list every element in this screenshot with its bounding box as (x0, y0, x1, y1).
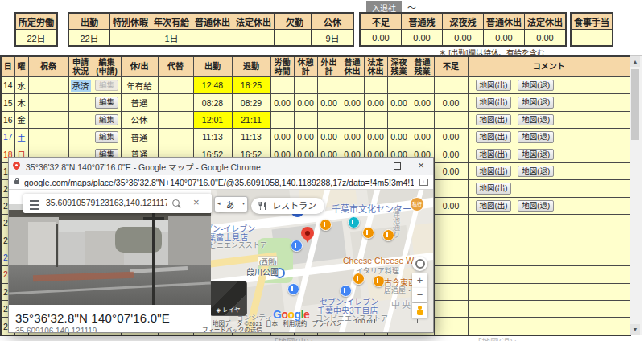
restaurants-chip[interactable]: レストラン (251, 198, 324, 214)
map-label-station[interactable]: 葭川公園 (246, 265, 279, 277)
menu-icon[interactable] (30, 200, 39, 210)
map-out-button[interactable]: 地図(出) (476, 166, 512, 177)
edit-button[interactable]: 編集 (95, 114, 118, 125)
map-in-button[interactable]: 地図(退) (518, 200, 554, 212)
map-in-button[interactable]: 地図(退) (518, 131, 554, 142)
worktype-cell: 普通 (121, 94, 158, 111)
clock-in-cell: 08:28 (193, 94, 232, 111)
layers-button[interactable]: ◈ レイヤ (211, 281, 247, 316)
hours-cell (411, 111, 434, 128)
approval-status-cell (68, 129, 93, 146)
hours-cell: 0.00 (317, 129, 341, 146)
minimize-button[interactable] (361, 158, 385, 175)
privacy-link[interactable]: プライバシー (312, 320, 349, 327)
hours-cell (270, 111, 294, 128)
column-header: 申請 状況 (68, 56, 93, 77)
comment-cell (468, 301, 630, 318)
edit-button[interactable]: 編集 (95, 97, 118, 108)
map-in-button[interactable]: 地図(退) (518, 80, 554, 91)
day-cell: 16 (1, 111, 14, 128)
map-out-button[interactable]: 地図(出) (476, 183, 512, 194)
map-out-button[interactable]: 地図(出) (476, 97, 512, 108)
lock-icon[interactable] (14, 180, 19, 184)
maximize-button[interactable] (385, 158, 409, 175)
restaurant-pin-icon[interactable] (362, 227, 374, 239)
ime-indicator[interactable]: ◂あ▾ (214, 196, 248, 212)
clock-in-cell: 11:13 (193, 129, 232, 146)
timesheet-header-row: 日曜祝祭申請 状況編集 (申請)休/出代替出勤退勤労働 時間休憩 計外出 計普通… (1, 56, 630, 77)
table-scrollbar[interactable]: ▲ ▼ (630, 55, 642, 335)
column-header: 曜 (14, 56, 28, 77)
terms-link[interactable]: 利用規約 (283, 320, 307, 327)
summary-value (571, 30, 613, 47)
summary-value: 0.00 (525, 30, 567, 47)
summary-label: 法定休出 (233, 13, 275, 30)
approval-status-cell: 承済 (68, 77, 93, 94)
weekday-cell: 土 (14, 129, 28, 146)
summary-value: 0.00 (360, 30, 402, 47)
hours-cell (364, 111, 387, 128)
edit-button[interactable]: 編集 (95, 131, 118, 142)
summary-value: 22日 (15, 30, 57, 47)
edit-cell: 編集 (93, 94, 121, 111)
poi-badge[interactable]: 私行 (410, 197, 424, 212)
zoom-out-button[interactable]: − (412, 288, 427, 302)
address-bar[interactable]: google.com/maps/place/35°36'32.8"N+140°0… (9, 175, 433, 190)
day-cell: 14 (1, 77, 14, 94)
summary-label: 普通休出 (192, 13, 233, 30)
street-view-photo[interactable] (9, 204, 211, 305)
send-to-device-icon[interactable]: ↓ (419, 179, 428, 186)
map-out-button[interactable]: 地図(出) (476, 149, 512, 160)
restaurant-pin-icon[interactable] (320, 219, 332, 231)
map-in-button[interactable]: 地図(退) (518, 166, 554, 177)
map-out-button[interactable]: 地図(出) (476, 131, 512, 142)
map-out-button[interactable]: 地図(出) (476, 200, 512, 212)
search-icon[interactable] (172, 199, 180, 207)
clock-out-cell: 08:29 (232, 94, 270, 111)
map-in-button[interactable]: 地図(退) (518, 114, 554, 125)
shortage-cell (434, 249, 468, 265)
comment-cell (468, 266, 630, 283)
worktype-cell: 公休 (121, 111, 158, 128)
worktype-cell: 年有給 (121, 77, 158, 94)
map-in-button[interactable]: 地図(退) (518, 97, 554, 108)
scroll-up-icon[interactable]: ▲ (630, 56, 640, 67)
maps-search-box[interactable]: 35.60910579123163,140.121117 × (23, 194, 212, 213)
shortage-cell: 0.00 (434, 146, 468, 162)
scrollbar-thumb[interactable] (631, 69, 639, 140)
comment-cell: 地図(出)地図(退) (468, 94, 630, 111)
pegman-button[interactable] (412, 303, 427, 318)
map-in-button[interactable]: 地図(退) (518, 149, 554, 160)
restaurant-pin-icon[interactable] (373, 275, 385, 287)
hours-cell: 0.00 (387, 129, 411, 146)
edit-cell: 編集 (93, 129, 121, 146)
search-input[interactable]: 35.60910579123163,140.121117 (46, 198, 167, 207)
layers-label: ◈ レイヤ (211, 305, 246, 314)
my-location-button[interactable] (412, 257, 427, 271)
store-pin-icon[interactable] (291, 240, 303, 252)
url-text[interactable]: google.com/maps/place/35°36'32.8"N+140°0… (24, 178, 414, 187)
approval-status-cell (68, 111, 93, 128)
hours-cell (317, 77, 341, 94)
map-label-seven-fujimi3: コンビニエンスストア (211, 240, 267, 250)
clear-search-icon[interactable]: × (193, 196, 200, 208)
shortage-cell (434, 215, 468, 232)
zoom-in-button[interactable]: + (412, 273, 427, 288)
summary-group: 不足普通残深夜残普通休出法定休出0.000.000.000.000.00 (359, 12, 567, 47)
map-out-button[interactable]: 地図(出) (476, 80, 512, 91)
map-out-button[interactable]: 地図(出) (476, 114, 512, 125)
summary-label: 年次有給 (151, 13, 192, 30)
summary-label: 公休 (312, 13, 353, 30)
comment-cell: 地図(出)地図(退) (468, 111, 630, 128)
music-venue-pin-icon[interactable] (348, 216, 360, 228)
summary-value: 0.00 (443, 30, 484, 47)
window-titlebar[interactable]: 35°36'32.8"N 140°07'16.0"E - Google マップ … (9, 158, 433, 176)
close-button[interactable]: × (409, 158, 433, 175)
timesheet-row: 14水承済編集年有給12:4818:25地図(出)地図(退) (1, 77, 630, 94)
footer-note-right: 「地図(退)」 (473, 335, 522, 341)
feedback-link[interactable]: フィードバックの送信 (202, 325, 262, 332)
store-pin-icon[interactable] (287, 283, 299, 295)
summary-label: 食事手当 (571, 13, 613, 30)
scroll-down-icon[interactable]: ▼ (630, 324, 640, 335)
summary-value: 1日 (151, 30, 192, 47)
